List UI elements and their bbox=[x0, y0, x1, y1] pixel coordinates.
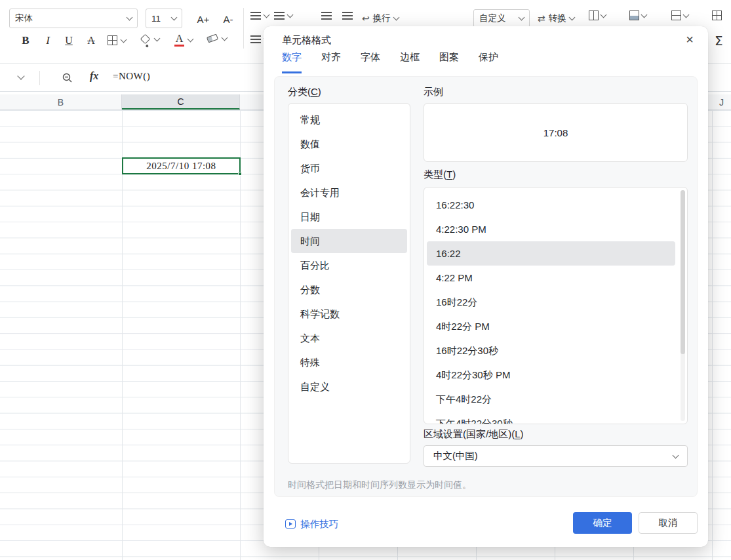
eraser-icon bbox=[207, 34, 218, 43]
dialog-title: 单元格格式 bbox=[282, 34, 331, 47]
font-size-value: 11 bbox=[151, 14, 161, 24]
column-header-b[interactable]: B bbox=[0, 94, 122, 110]
type-item[interactable]: 16时22分 bbox=[427, 290, 675, 314]
category-label: 分类(C) bbox=[288, 86, 321, 98]
dialog-tab[interactable]: 字体 bbox=[361, 51, 380, 73]
category-item[interactable]: 日期 bbox=[291, 205, 407, 229]
chevron-down-icon bbox=[127, 14, 133, 21]
cell-format-dialog: 单元格格式 × 数字对齐字体边框图案保护 分类(C) 常规数值货币会计专用日期时… bbox=[264, 26, 708, 547]
fill-color-button[interactable] bbox=[142, 35, 159, 43]
type-item[interactable]: 4:22:30 PM bbox=[427, 217, 675, 241]
fill-handle[interactable] bbox=[238, 172, 242, 176]
type-item[interactable]: 16:22 bbox=[427, 241, 675, 266]
cancel-button[interactable]: 取消 bbox=[639, 512, 698, 534]
category-item[interactable]: 货币 bbox=[291, 156, 407, 180]
category-item[interactable]: 百分比 bbox=[291, 253, 407, 277]
fill-color-icon bbox=[140, 34, 151, 45]
autosum-button[interactable]: Σ bbox=[715, 33, 723, 49]
wrap-text-button[interactable]: ↩ 换行 bbox=[362, 9, 399, 28]
dialog-tab[interactable]: 图案 bbox=[439, 51, 459, 73]
category-item[interactable]: 分数 bbox=[291, 277, 407, 302]
number-format-value: 自定义 bbox=[479, 12, 506, 24]
dialog-tab[interactable]: 保护 bbox=[479, 51, 498, 73]
type-item[interactable]: 16时22分30秒 bbox=[427, 338, 675, 363]
type-item[interactable]: 16:22:30 bbox=[427, 193, 675, 217]
italic-button[interactable]: I bbox=[38, 31, 58, 50]
locale-label: 区域设置(国家/地区)(L) bbox=[424, 428, 524, 441]
sigma-icon: Σ bbox=[715, 33, 723, 49]
locale-value: 中文(中国) bbox=[433, 450, 478, 462]
strikethrough-button[interactable]: A bbox=[81, 31, 101, 50]
chevron-down-icon bbox=[171, 14, 178, 21]
category-item[interactable]: 自定义 bbox=[291, 374, 407, 399]
category-item[interactable]: 数值 bbox=[291, 132, 407, 156]
font-color-icon: A bbox=[174, 33, 184, 47]
type-item[interactable]: 4时22分 PM bbox=[427, 314, 675, 338]
align-left-button[interactable] bbox=[250, 12, 269, 20]
freeze-panes-icon bbox=[671, 10, 681, 20]
chevron-down-icon bbox=[519, 14, 525, 21]
type-item[interactable]: 下午4时22分30秒 bbox=[427, 411, 675, 424]
app-window: 宋体 11 A+ A- ↩ 换行 自定义 ⇄ 转换 bbox=[0, 0, 731, 560]
ok-button[interactable]: 确定 bbox=[573, 512, 632, 534]
type-list: 16:22:304:22:30 PM16:224:22 PM16时22分4时22… bbox=[424, 187, 688, 424]
tips-link[interactable]: 操作技巧 bbox=[285, 516, 338, 532]
name-box-chevron-icon[interactable] bbox=[17, 72, 24, 79]
merge-cells-icon bbox=[589, 10, 599, 20]
category-item[interactable]: 常规 bbox=[291, 108, 407, 132]
font-name-select[interactable]: 宋体 bbox=[9, 9, 138, 28]
increase-indent-button[interactable] bbox=[342, 12, 353, 20]
video-tips-icon bbox=[285, 519, 296, 529]
selected-cell[interactable]: 2025/7/10 17:08 bbox=[122, 157, 241, 174]
category-item[interactable]: 文本 bbox=[291, 326, 407, 350]
chevron-down-icon bbox=[393, 14, 399, 21]
increase-indent-icon bbox=[342, 12, 353, 20]
underline-button[interactable]: U bbox=[59, 31, 79, 50]
formula-input[interactable]: =NOW() bbox=[113, 71, 150, 82]
search-icon[interactable] bbox=[62, 73, 73, 86]
locale-select[interactable]: 中文(中国) bbox=[424, 445, 688, 467]
grid-button[interactable] bbox=[712, 10, 722, 20]
increase-font-button[interactable]: A+ bbox=[191, 10, 215, 28]
dialog-tab[interactable]: 边框 bbox=[400, 51, 420, 73]
chevron-down-icon bbox=[154, 35, 161, 41]
chevron-down-icon bbox=[222, 34, 228, 41]
chevron-down-icon bbox=[683, 11, 690, 18]
dialog-tab-bar: 数字对齐字体边框图案保护 bbox=[282, 51, 498, 73]
category-item[interactable]: 会计专用 bbox=[291, 180, 407, 205]
sample-label: 示例 bbox=[424, 86, 443, 98]
type-item[interactable]: 4:22 PM bbox=[427, 266, 675, 290]
decrease-font-button[interactable]: A- bbox=[218, 10, 239, 28]
wrap-text-label: 换行 bbox=[373, 12, 391, 24]
merge-cells-button[interactable] bbox=[589, 10, 606, 20]
decrease-indent-button[interactable] bbox=[321, 12, 332, 20]
clear-format-button[interactable] bbox=[207, 35, 227, 41]
category-item[interactable]: 科学记数 bbox=[291, 302, 407, 326]
dialog-tab[interactable]: 数字 bbox=[282, 51, 302, 73]
category-item[interactable]: 特殊 bbox=[291, 350, 407, 374]
insert-function-button[interactable]: fx bbox=[90, 70, 98, 82]
close-icon[interactable]: × bbox=[682, 31, 698, 47]
freeze-panes-button[interactable] bbox=[671, 10, 688, 20]
align-center-button[interactable] bbox=[274, 12, 292, 20]
category-list: 常规数值货币会计专用日期时间百分比分数科学记数文本特殊自定义 bbox=[288, 103, 410, 464]
font-size-select[interactable]: 11 bbox=[146, 9, 182, 28]
dialog-tab[interactable]: 对齐 bbox=[321, 51, 341, 73]
chevron-down-icon bbox=[121, 36, 127, 43]
font-color-button[interactable]: A bbox=[174, 33, 193, 47]
convert-button[interactable]: ⇄ 转换 bbox=[538, 9, 574, 28]
column-header-c[interactable]: C bbox=[122, 94, 240, 110]
type-label: 类型(T) bbox=[424, 169, 456, 181]
table-style-button[interactable] bbox=[629, 10, 646, 20]
scrollbar-thumb[interactable] bbox=[681, 190, 685, 354]
category-item[interactable]: 时间 bbox=[291, 229, 407, 253]
convert-label: 转换 bbox=[549, 12, 566, 24]
number-format-select[interactable]: 自定义 bbox=[473, 9, 530, 28]
type-item[interactable]: 4时22分30秒 PM bbox=[427, 363, 675, 387]
borders-button[interactable] bbox=[108, 35, 126, 45]
scrollbar[interactable] bbox=[681, 190, 685, 421]
grid-icon bbox=[712, 10, 722, 20]
type-item[interactable]: 下午4时22分 bbox=[427, 387, 675, 411]
bold-button[interactable]: B bbox=[16, 31, 35, 50]
column-header-j[interactable]: J bbox=[712, 94, 731, 110]
